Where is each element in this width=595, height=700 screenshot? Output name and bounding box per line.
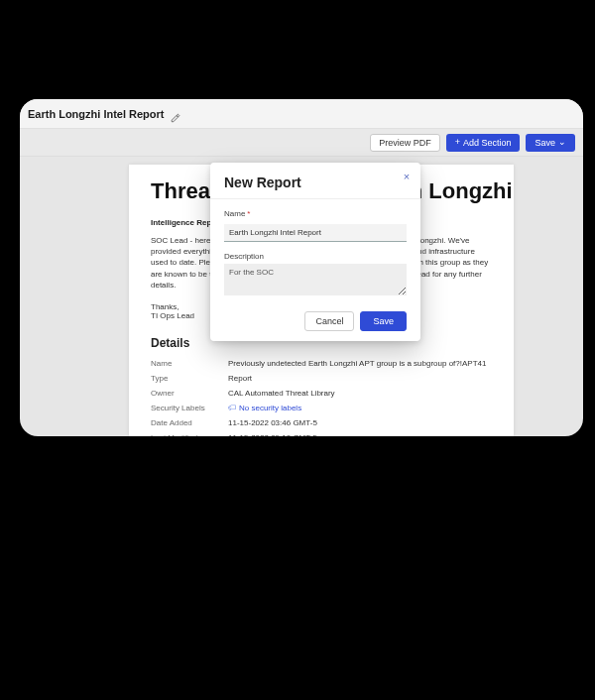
app-window: Earth Longzhi Intel Report Preview PDF +… [20,99,583,436]
detail-value: 11-15-2022 03:46 GMT-5 [228,418,492,427]
table-row: Security Labels 🏷No security labels [151,401,492,415]
name-label-text: Name [224,209,245,218]
add-section-label: Add Section [463,138,512,148]
save-button[interactable]: Save [360,311,407,331]
save-dropdown-button[interactable]: Save ⌄ [526,134,575,152]
detail-value: 11-15-2022 09:10 GMT-5 [228,433,492,436]
save-label: Save [535,138,555,148]
table-row: Date Added 11-15-2022 03:46 GMT-5 [151,415,492,430]
details-table: Name Previously undetected Earth Longzhi… [151,356,492,436]
detail-value[interactable]: 🏷No security labels [228,404,492,412]
cancel-label: Cancel [315,316,343,326]
new-report-modal: × New Report Name* Description For the S… [210,163,420,341]
table-row: Name Previously undetected Earth Longzhi… [151,356,492,371]
name-label: Name* [224,209,407,218]
table-row: Owner CAL Automated Threat Library [151,386,492,401]
cancel-button[interactable]: Cancel [304,311,354,331]
tag-icon: 🏷 [228,404,236,412]
detail-value: CAL Automated Threat Library [228,389,492,398]
add-section-button[interactable]: + Add Section [446,134,521,152]
plus-icon: + [455,138,460,147]
modal-title: New Report [224,175,407,190]
detail-key: Date Added [151,418,228,427]
detail-key: Owner [151,389,228,398]
preview-pdf-label: Preview PDF [379,138,431,148]
modal-actions: Cancel Save [224,311,407,331]
chevron-down-icon: ⌄ [558,138,566,147]
required-asterisk: * [247,209,250,218]
close-icon[interactable]: × [401,171,413,182]
name-input[interactable] [224,224,407,242]
detail-key: Type [151,374,228,383]
table-row: Last Modified 11-15-2022 09:10 GMT-5 [151,430,492,436]
edit-icon[interactable] [171,109,180,119]
detail-value: Report [228,374,492,383]
page-title: Earth Longzhi Intel Report [28,108,165,120]
toolbar: Preview PDF + Add Section Save ⌄ [20,129,583,157]
detail-key: Last Modified [151,433,228,436]
save-label: Save [373,316,394,326]
table-row: Type Report [151,371,492,386]
titlebar: Earth Longzhi Intel Report [20,99,583,129]
detail-value: Previously undetected Earth Longzhi APT … [228,359,492,368]
detail-key: Security Labels [151,404,228,412]
divider [210,198,420,199]
description-label: Description [224,252,407,261]
security-labels-link[interactable]: No security labels [239,404,301,412]
preview-pdf-button[interactable]: Preview PDF [370,134,440,152]
description-textarea[interactable]: For the SOC [224,264,407,295]
detail-key: Name [151,359,228,368]
